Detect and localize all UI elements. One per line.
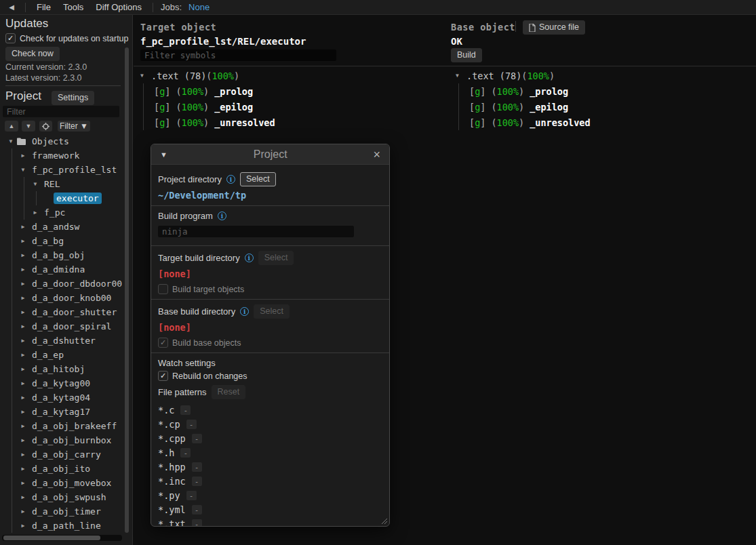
build-target-objects-checkbox[interactable]: Build target objects [158, 284, 382, 294]
symbol-row-_unresolved[interactable]: [g](100%)_unresolved [469, 115, 591, 130]
target-build-directory-select-button[interactable]: Select [258, 251, 294, 265]
symbol-section-row[interactable]: ▼.text (78) (100%) [140, 68, 275, 83]
filter-symbols-input[interactable] [140, 49, 336, 61]
remove-pattern-button[interactable]: - [192, 519, 202, 527]
chevron-down-icon[interactable]: ▼ [31, 181, 39, 187]
chevron-right-icon[interactable]: ▶ [19, 466, 27, 472]
scrollbar-thumb[interactable] [3, 536, 100, 540]
chevron-down-icon[interactable]: ▼ [140, 73, 147, 79]
chevron-right-icon[interactable]: ▶ [19, 523, 27, 529]
tree-item-d_a_door_shutter[interactable]: ▶d_a_door_shutter [0, 305, 123, 319]
tree-item-d_a_kytag00[interactable]: ▶d_a_kytag00 [0, 376, 123, 390]
base-build-directory-select-button[interactable]: Select [254, 304, 290, 319]
chevron-right-icon[interactable]: ▶ [19, 380, 27, 386]
chevron-right-icon[interactable]: ▶ [19, 224, 27, 230]
symbol-row-_unresolved[interactable]: [g](100%)_unresolved [154, 115, 275, 130]
tree-item-Objects[interactable]: ▼Objects [0, 134, 123, 148]
build-button[interactable]: Build [451, 48, 482, 62]
remove-pattern-button[interactable]: - [180, 448, 191, 458]
checkbox-checked-icon[interactable]: ✓ [158, 371, 168, 381]
chevron-right-icon[interactable]: ▶ [19, 480, 27, 486]
chevron-right-icon[interactable]: ▶ [19, 352, 27, 358]
chevron-right-icon[interactable]: ▶ [19, 508, 27, 514]
reset-patterns-button[interactable]: Reset [212, 385, 246, 399]
tree-item-d_a_door_spiral[interactable]: ▶d_a_door_spiral [0, 319, 123, 334]
chevron-right-icon[interactable]: ▶ [19, 281, 27, 287]
remove-pattern-button[interactable]: - [192, 462, 202, 472]
rebuild-on-changes-checkbox[interactable]: ✓ Rebuild on changes [158, 371, 382, 381]
symbol-row-_prolog[interactable]: [g](100%)_prolog [154, 83, 275, 99]
sidebar-vertical-scrollbar[interactable] [125, 47, 129, 533]
tree-item-d_a_kytag17[interactable]: ▶d_a_kytag17 [0, 405, 123, 419]
build-program-input[interactable] [158, 226, 354, 237]
chevron-right-icon[interactable]: ▶ [19, 366, 27, 372]
build-base-objects-checkbox[interactable]: ✓ Build base objects [158, 338, 382, 348]
tree-item-d_a_dmidna[interactable]: ▶d_a_dmidna [0, 262, 123, 277]
tree-item-f_pc_profile_lst[interactable]: ▼f_pc_profile_lst [0, 163, 123, 177]
info-icon[interactable]: i [218, 211, 226, 220]
chevron-right-icon[interactable]: ▶ [19, 309, 27, 315]
filter-dropdown[interactable]: Filter ▼ [58, 121, 90, 132]
chevron-right-icon[interactable]: ▶ [19, 323, 27, 329]
check-updates-startup-checkbox[interactable]: ✓ Check for updates on startup [5, 33, 129, 43]
info-icon[interactable]: i [226, 175, 235, 184]
tree-item-d_a_hitobj[interactable]: ▶d_a_hitobj [0, 362, 123, 376]
back-icon[interactable]: ◀ [4, 3, 19, 11]
project-filter-input[interactable] [3, 106, 119, 117]
chevron-right-icon[interactable]: ▶ [19, 238, 27, 244]
jobs-none-link[interactable]: None [188, 2, 210, 12]
symbol-section-row[interactable]: ▼.text (78) (100%) [456, 68, 591, 83]
collapse-icon[interactable]: ▼ [160, 150, 167, 159]
tree-item-f_pc[interactable]: ▶f_pc [0, 205, 123, 220]
menu-tools[interactable]: Tools [58, 1, 88, 14]
chevron-right-icon[interactable]: ▶ [19, 153, 27, 159]
project-settings-button[interactable]: Settings [52, 91, 94, 105]
tree-item-framework[interactable]: ▶framework [0, 148, 123, 163]
tree-item-d_a_door_dbdoor00[interactable]: ▶d_a_door_dbdoor00 [0, 277, 123, 291]
tree-item-d_a_obj_swpush[interactable]: ▶d_a_obj_swpush [0, 490, 123, 504]
chevron-right-icon[interactable]: ▶ [19, 437, 27, 443]
sidebar-horizontal-scrollbar[interactable] [2, 535, 122, 541]
tree-item-d_a_kytag04[interactable]: ▶d_a_kytag04 [0, 390, 123, 405]
tree-item-d_a_obj_movebox[interactable]: ▶d_a_obj_movebox [0, 476, 123, 490]
tree-item-REL[interactable]: ▼REL [0, 177, 123, 191]
locate-current-button[interactable] [39, 121, 52, 132]
checkbox-unchecked-icon[interactable] [158, 284, 168, 294]
chevron-right-icon[interactable]: ▶ [19, 494, 27, 500]
chevron-right-icon[interactable]: ▶ [19, 338, 27, 344]
tree-item-d_a_bg[interactable]: ▶d_a_bg [0, 234, 123, 248]
chevron-right-icon[interactable]: ▶ [19, 266, 27, 272]
chevron-down-icon[interactable]: ▼ [7, 138, 15, 144]
symbol-row-_epilog[interactable]: [g](100%)_epilog [469, 99, 591, 115]
remove-pattern-button[interactable]: - [192, 434, 202, 443]
remove-pattern-button[interactable]: - [192, 477, 202, 486]
tree-item-executor[interactable]: executor [0, 191, 123, 205]
chevron-right-icon[interactable]: ▶ [19, 423, 27, 429]
chevron-down-icon[interactable]: ▼ [19, 167, 27, 173]
chevron-right-icon[interactable]: ▶ [19, 295, 27, 301]
close-icon[interactable]: × [373, 149, 380, 160]
tree-item-d_a_andsw[interactable]: ▶d_a_andsw [0, 220, 123, 234]
tree-item-d_a_dshutter[interactable]: ▶d_a_dshutter [0, 334, 123, 348]
chevron-right-icon[interactable]: ▶ [31, 209, 39, 216]
remove-pattern-button[interactable]: - [186, 420, 197, 429]
chevron-down-icon[interactable]: ▼ [456, 73, 462, 79]
info-icon[interactable]: i [245, 254, 254, 262]
tree-item-d_a_obj_timer[interactable]: ▶d_a_obj_timer [0, 504, 123, 519]
check-now-button[interactable]: Check now [5, 47, 60, 61]
menu-file[interactable]: File [32, 1, 56, 14]
tree-item-d_a_path_line[interactable]: ▶d_a_path_line [0, 519, 123, 533]
scroll-up-button[interactable]: ▲ [5, 121, 18, 132]
scroll-down-button[interactable]: ▼ [22, 121, 35, 132]
chevron-right-icon[interactable]: ▶ [19, 409, 27, 415]
checkbox-checked-icon[interactable]: ✓ [158, 338, 168, 348]
source-file-button[interactable]: Source file [523, 20, 585, 35]
tree-item-d_a_ep[interactable]: ▶d_a_ep [0, 348, 123, 362]
symbol-row-_prolog[interactable]: [g](100%)_prolog [469, 83, 591, 99]
chevron-right-icon[interactable]: ▶ [19, 451, 27, 458]
symbol-row-_epilog[interactable]: [g](100%)_epilog [154, 99, 275, 115]
tree-item-d_a_obj_brakeeff[interactable]: ▶d_a_obj_brakeeff [0, 419, 123, 433]
remove-pattern-button[interactable]: - [186, 491, 197, 500]
checkbox-checked-icon[interactable]: ✓ [5, 33, 16, 43]
tree-item-d_a_door_knob00[interactable]: ▶d_a_door_knob00 [0, 291, 123, 305]
